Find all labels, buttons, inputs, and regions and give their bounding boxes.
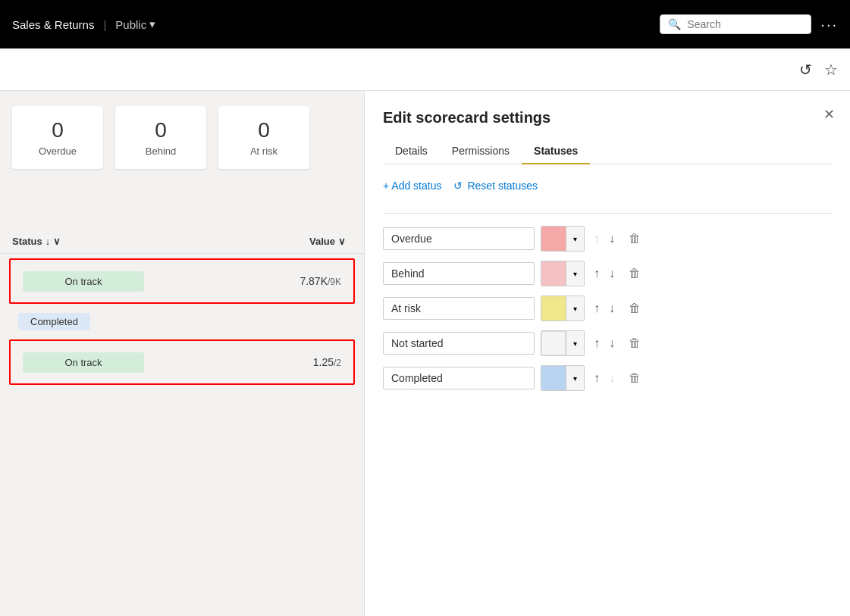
color-dropdown-overdue[interactable]: ▾ [566,227,584,251]
move-down-button-completed[interactable]: ↓ [606,370,618,386]
sort-toggle-icon: ∨ [53,236,61,247]
dialog-tabs: Details Permissions Statuses [383,139,832,164]
stat-card-overdue: 0 Overdue [12,106,103,169]
search-input[interactable] [687,18,793,30]
dialog-title: Edit scorecard settings [383,109,832,127]
tab-details[interactable]: Details [383,139,440,164]
move-up-button-at-risk[interactable]: ↑ [591,300,603,317]
add-status-button[interactable]: + Add status [383,177,441,195]
color-swatch-at-risk [541,296,566,321]
reset-label: Reset statuses [467,180,538,192]
status-item-at-risk: ▾ ↑ ↓ 🗑 [383,295,832,321]
status-item-overdue: ▾ ↑ ↓ 🗑 [383,226,832,252]
move-up-button-completed[interactable]: ↑ [591,370,603,386]
status-column-header[interactable]: Status ↓ ∨ [12,236,164,247]
favorite-icon[interactable]: ☆ [824,61,838,79]
more-options-button[interactable]: ··· [820,16,838,33]
search-icon: 🔍 [668,18,681,30]
close-button[interactable]: ✕ [823,106,835,123]
completed-row: Completed [9,308,355,335]
top-nav-right: 🔍 ··· [660,14,838,34]
edit-scorecard-dialog: Edit scorecard settings ✕ Details Permis… [364,91,850,616]
color-dropdown-not-started[interactable]: ▾ [566,331,584,355]
move-down-button-at-risk[interactable]: ↓ [606,300,618,317]
refresh-icon[interactable]: ↺ [799,61,812,79]
delete-button-at-risk[interactable]: 🗑 [624,300,645,317]
main-area: 0 Overdue 0 Behind 0 At risk Status ↓ ∨ … [0,91,850,616]
color-dropdown-behind[interactable]: ▾ [566,261,584,286]
status-name-input-at-risk[interactable] [383,297,535,320]
status-item-completed: ▾ ↑ ↓ 🗑 [383,365,832,391]
color-dropdown-at-risk[interactable]: ▾ [566,296,584,321]
move-down-button-not-started[interactable]: ↓ [606,335,618,352]
app-name: Sales & Returns [12,18,94,31]
status-name-input-completed[interactable] [383,367,535,389]
overdue-number: 0 [30,118,85,142]
status-badge-completed: Completed [18,313,90,330]
search-box[interactable]: 🔍 [660,14,811,34]
table-header: Status ↓ ∨ Value ∨ [0,230,364,254]
dialog-actions: + Add status ↺ Reset statuses [383,177,832,195]
color-picker-completed: ▾ [541,365,585,391]
toolbar: ↺ ☆ [0,48,850,91]
chevron-down-icon: ▾ [149,17,155,31]
app-title-area: Sales & Returns | Public ▾ [12,17,155,31]
reset-icon: ↺ [453,180,463,192]
sort-down-icon: ↓ [45,236,51,247]
visibility-selector[interactable]: Public ▾ [115,17,155,31]
row-value-2: 1.25/2 [313,356,341,368]
move-buttons-completed: ↑ ↓ [591,370,618,386]
move-buttons-behind: ↑ ↓ [591,265,618,282]
color-dropdown-completed[interactable]: ▾ [566,366,584,390]
behind-label: Behind [133,145,188,157]
table-row: On track 1.25/2 [9,339,355,385]
color-picker-not-started: ▾ [541,330,585,356]
status-name-input-behind[interactable] [383,262,535,285]
delete-button-overdue[interactable]: 🗑 [624,230,645,247]
nav-divider: | [103,18,106,31]
tab-statuses[interactable]: Statuses [522,139,590,164]
color-swatch-not-started [541,331,566,355]
top-nav: Sales & Returns | Public ▾ 🔍 ··· [0,0,850,48]
stat-cards: 0 Overdue 0 Behind 0 At risk [0,91,364,184]
visibility-label: Public [115,18,146,31]
color-picker-overdue: ▾ [541,226,585,252]
move-down-button-overdue[interactable]: ↓ [606,230,618,247]
value-label: Value [309,236,335,247]
delete-button-behind[interactable]: 🗑 [624,265,645,282]
value-sort-icon: ∨ [338,236,346,247]
overdue-label: Overdue [30,145,85,157]
stat-card-at-risk: 0 At risk [218,106,309,169]
at-risk-number: 0 [237,118,291,142]
stat-card-behind: 0 Behind [115,106,206,169]
status-name-input-not-started[interactable] [383,332,535,355]
divider [383,213,832,214]
move-buttons-at-risk: ↑ ↓ [591,300,618,317]
table-row: On track 7.87K/9K [9,258,355,304]
at-risk-label: At risk [237,145,291,157]
color-swatch-behind [541,261,566,286]
status-list: ▾ ↑ ↓ 🗑 ▾ ↑ ↓ 🗑 [383,226,832,391]
tab-permissions[interactable]: Permissions [440,139,522,164]
status-name-input-overdue[interactable] [383,227,535,250]
color-swatch-completed [541,366,566,390]
delete-button-not-started[interactable]: 🗑 [624,335,645,352]
move-buttons-overdue: ↑ ↓ [591,230,618,247]
status-item-behind: ▾ ↑ ↓ 🗑 [383,261,832,286]
move-up-button-overdue[interactable]: ↑ [591,230,603,247]
status-label: Status [12,236,42,247]
move-up-button-not-started[interactable]: ↑ [591,335,603,352]
color-picker-at-risk: ▾ [541,295,585,321]
left-panel: 0 Overdue 0 Behind 0 At risk Status ↓ ∨ … [0,91,364,616]
status-badge-on-track: On track [23,271,144,292]
value-column-header[interactable]: Value ∨ [309,236,346,247]
status-badge-on-track-2: On track [23,352,144,373]
delete-button-completed[interactable]: 🗑 [624,370,645,386]
reset-statuses-button[interactable]: ↺ Reset statuses [453,177,538,195]
move-down-button-behind[interactable]: ↓ [606,265,618,282]
row-value-0: 7.87K/9K [300,275,341,287]
color-swatch-overdue [541,227,566,251]
move-up-button-behind[interactable]: ↑ [591,265,603,282]
behind-number: 0 [133,118,188,142]
move-buttons-not-started: ↑ ↓ [591,335,618,352]
